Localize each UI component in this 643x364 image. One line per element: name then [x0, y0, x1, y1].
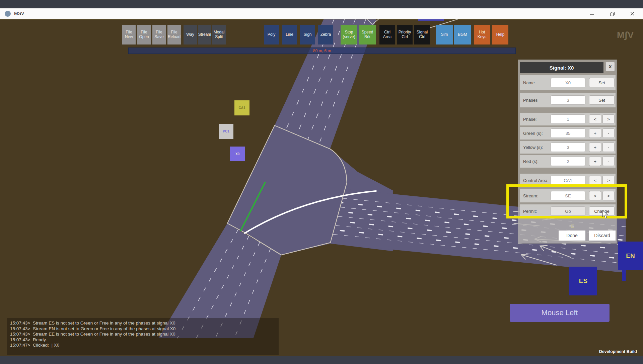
log-line: 15:07:43> Stream ES is not set to Green …: [10, 321, 279, 326]
file-open-button[interactable]: File Open: [137, 25, 151, 44]
speed-brk-button[interactable]: Speed Brk: [359, 25, 376, 44]
line-button[interactable]: Line: [282, 25, 297, 44]
log-line: 15:07:47> Clicked: | X0: [10, 343, 279, 348]
toolbar-group-network: Way Stream Modal Split: [184, 25, 226, 44]
modal-split-button[interactable]: Modal Split: [212, 25, 226, 44]
control-area-next-button[interactable]: >: [602, 176, 615, 185]
stream-label-es[interactable]: ES: [569, 267, 597, 295]
green-plus-button[interactable]: +: [589, 128, 601, 138]
file-new-button[interactable]: File New: [122, 25, 136, 44]
priority-ctrl-button[interactable]: Priority Ctrl: [397, 25, 413, 44]
dialog-row-phases: Phases 3 Set: [520, 93, 616, 107]
scale-bar-label: 80 m, 6 m: [313, 49, 331, 53]
close-button[interactable]: [625, 8, 640, 19]
restore-icon: [610, 12, 615, 16]
phase-prev-button[interactable]: <: [589, 114, 601, 124]
ctrl-area-button[interactable]: Ctrl Area: [379, 25, 395, 44]
green-minus-button[interactable]: -: [602, 128, 615, 138]
dialog-row-yellow: Yellow (s): 3 + -: [520, 141, 616, 154]
toolbar-group-simulation: Sim BGM: [436, 25, 471, 44]
priority-ctrl-label-pc1[interactable]: PC1: [219, 124, 233, 139]
phase-label: Phase:: [523, 117, 537, 122]
way-button[interactable]: Way: [184, 25, 197, 44]
control-area-input[interactable]: CA1: [551, 176, 585, 185]
phase-input[interactable]: 1: [551, 114, 585, 124]
toolbar-group-file: File New File Open File Save File Reload: [122, 25, 181, 44]
yellow-plus-button[interactable]: +: [589, 143, 601, 152]
restore-button[interactable]: [605, 8, 620, 19]
green-input[interactable]: 35: [551, 128, 585, 138]
stream-button[interactable]: Stream: [198, 25, 211, 44]
dialog-row-phase: Phase: 1 < >: [520, 113, 616, 125]
phases-input[interactable]: 3: [551, 95, 585, 105]
hot-keys-button[interactable]: Hot Keys: [474, 25, 490, 44]
signal-label-x0[interactable]: X0: [230, 147, 245, 161]
sign-button[interactable]: Sign: [300, 25, 315, 44]
bgm-button[interactable]: BGM: [454, 25, 471, 44]
dialog-close-button[interactable]: X: [605, 62, 615, 71]
dialog-row-green: Green (s): 35 + -: [520, 127, 616, 140]
close-icon: [630, 12, 634, 16]
signal-ctrl-button[interactable]: Signal Ctrl: [414, 25, 430, 44]
stream-label-en[interactable]: EN: [618, 242, 643, 270]
scale-bar: 80 m, 6 m: [128, 48, 516, 54]
red-input[interactable]: 2: [551, 157, 585, 166]
green-label: Green (s):: [523, 131, 543, 136]
toolbar-group-traffic: Stop (serve) Speed Brk: [341, 25, 376, 44]
phases-label: Phases: [523, 98, 538, 103]
stop-serve-button[interactable]: Stop (serve): [341, 25, 357, 44]
log-line: 15:07:43> Stream EN is not set to Green …: [10, 326, 279, 332]
mouse-left-hint-button[interactable]: Mouse Left: [510, 304, 610, 322]
desktop-strip-top: [0, 0, 643, 8]
development-build-label: Development Build: [599, 349, 637, 354]
mouse-cursor: [602, 210, 610, 219]
done-button[interactable]: Done: [559, 231, 585, 241]
msv-application-window: E MSV File New File Open File Save File …: [0, 0, 643, 364]
file-reload-button[interactable]: File Reload: [167, 25, 181, 44]
name-input[interactable]: X0: [551, 78, 585, 87]
help-button[interactable]: Help: [492, 25, 508, 44]
window-titlebar: MSV: [0, 8, 643, 19]
discard-button[interactable]: Discard: [589, 231, 616, 241]
toolbar-group-misc: Hot Keys Help: [474, 25, 508, 44]
file-save-button[interactable]: File Save: [152, 25, 166, 44]
app-icon: [5, 11, 11, 17]
dialog-row-name: Name X0 Set: [520, 75, 616, 90]
toolbar-group-draw: Poly Line Sign Zebra: [264, 25, 333, 44]
log-line: 15:07:43> Stream EE is not set to Green …: [10, 332, 279, 337]
dialog-row-red: Red (s): 2 + -: [520, 155, 616, 168]
yellow-minus-button[interactable]: -: [602, 143, 615, 152]
yellow-label: Yellow (s):: [523, 145, 543, 150]
phase-next-button[interactable]: >: [602, 114, 615, 124]
window-title: MSV: [14, 11, 24, 16]
toolbar-group-control: Ctrl Area Priority Ctrl Signal Ctrl: [379, 25, 430, 44]
name-set-button[interactable]: Set: [589, 78, 615, 87]
msv-logo-watermark: M∫V: [617, 30, 634, 40]
control-area-label: Control Area:: [523, 178, 549, 183]
dialog-title: Signal: X0: [520, 62, 603, 73]
control-area-label-ca1[interactable]: CA1: [234, 100, 249, 115]
minimize-button[interactable]: [585, 8, 599, 19]
desktop-strip-bottom: [0, 356, 643, 364]
name-label: Name: [523, 80, 535, 85]
red-plus-button[interactable]: +: [589, 157, 601, 166]
zebra-button[interactable]: Zebra: [318, 25, 333, 44]
minimize-icon: [590, 12, 594, 16]
log-console: 15:07:43> Stream ES is not set to Green …: [7, 318, 279, 355]
sim-button[interactable]: Sim: [436, 25, 453, 44]
red-label: Red (s):: [523, 159, 539, 164]
poly-button[interactable]: Poly: [264, 25, 279, 44]
red-minus-button[interactable]: -: [602, 157, 615, 166]
phases-set-button[interactable]: Set: [589, 95, 615, 105]
log-line: 15:07:43> Ready.: [10, 337, 279, 343]
control-area-prev-button[interactable]: <: [589, 176, 601, 185]
yellow-input[interactable]: 3: [551, 143, 585, 152]
